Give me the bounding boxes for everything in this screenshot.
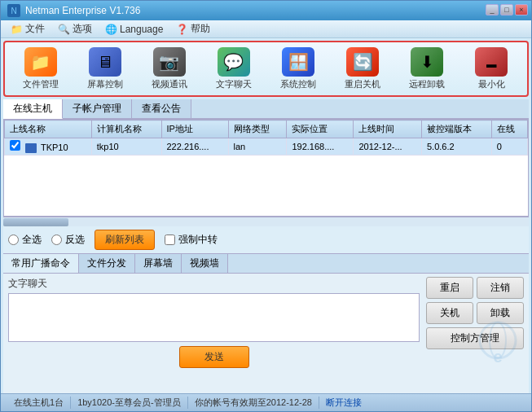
toolbar-file-mgmt[interactable]: 📁 文件管理 xyxy=(16,46,65,92)
menu-select[interactable]: 🔍 选项 xyxy=(51,20,99,37)
sys-ctrl-label: 系统控制 xyxy=(280,78,316,90)
toolbar-video-comm[interactable]: 📷 视频通讯 xyxy=(145,46,194,92)
svg-text:e: e xyxy=(493,348,502,366)
video-comm-label: 视频通讯 xyxy=(152,78,187,90)
remote-unload-icon: ⬇ xyxy=(411,47,443,77)
col-header-online: 在线 xyxy=(491,121,527,138)
restart-label: 重启关机 xyxy=(345,78,380,90)
radio-select-all[interactable] xyxy=(8,234,19,245)
text-chat-icon: 💬 xyxy=(218,47,250,77)
cell-version: 5.0.6.2 xyxy=(421,138,491,156)
select-icon: 🔍 xyxy=(58,24,70,35)
window: N Netman Enterprise V1.736 _ □ × 📁 文件 🔍 … xyxy=(0,0,532,412)
main-tab-bar: 在线主机 子帐户管理 查看公告 xyxy=(3,99,529,119)
chat-left: 文字聊天 发送 xyxy=(8,277,420,390)
file-icon: 📁 xyxy=(11,24,23,35)
chat-panel: 文字聊天 发送 重启 注销 关机 卸载 控制方管理 xyxy=(3,274,529,393)
file-mgmt-label: 文件管理 xyxy=(23,78,59,90)
status-account: 1by1020-至尊会员-管理员 xyxy=(71,397,188,409)
window-title: Netman Enterprise V1.736 xyxy=(25,5,140,16)
cell-name: TKP10 xyxy=(5,138,92,156)
restart-icon: 🔄 xyxy=(346,47,379,77)
cell-network: lan xyxy=(228,138,287,156)
toolbar-screen-ctrl[interactable]: 🖥 屏幕控制 xyxy=(81,46,130,92)
app-icon: N xyxy=(7,4,20,17)
select-all-group: 全选 xyxy=(8,233,42,247)
screen-ctrl-icon: 🖥 xyxy=(89,47,121,77)
file-mgmt-icon: 📁 xyxy=(24,47,57,77)
text-chat-label: 文字聊天 xyxy=(216,78,252,90)
col-header-network: 网络类型 xyxy=(228,121,287,138)
force-transfer-label: 强制中转 xyxy=(178,233,218,247)
help-icon: ❓ xyxy=(176,24,188,35)
col-header-version: 被控端版本 xyxy=(421,121,491,138)
force-transfer-checkbox[interactable] xyxy=(165,234,175,245)
toolbar-restart[interactable]: 🔄 重启关机 xyxy=(338,46,387,92)
disconnect-button[interactable]: 断开连接 xyxy=(319,397,368,409)
invert-label: 反选 xyxy=(65,233,85,247)
bottom-section: 常用广播命令 文件分发 屏幕墙 视频墙 文字聊天 发送 重启 注销 xyxy=(3,253,529,393)
toolbar-text-chat[interactable]: 💬 文字聊天 xyxy=(209,46,258,92)
tab-file-dist[interactable]: 文件分发 xyxy=(79,254,135,273)
watermark: e xyxy=(473,318,522,369)
status-expiry: 你的帐号有效期至2012-12-28 xyxy=(188,397,319,409)
col-header-location: 实际位置 xyxy=(287,121,354,138)
tab-view-announce[interactable]: 查看公告 xyxy=(132,99,191,118)
refresh-button[interactable]: 刷新列表 xyxy=(95,230,155,250)
tab-video-wall[interactable]: 视频墙 xyxy=(182,254,228,273)
chat-textarea[interactable] xyxy=(8,293,420,342)
close-button[interactable]: × xyxy=(515,4,528,15)
restart-button[interactable]: 重启 xyxy=(426,277,473,299)
cell-time: 2012-12-... xyxy=(354,138,422,156)
controls-row: 全选 反选 刷新列表 强制中转 xyxy=(3,226,529,253)
menu-help[interactable]: ❓ 帮助 xyxy=(169,20,217,37)
minimize-label: 最小化 xyxy=(478,78,505,90)
col-header-computer: 计算机名称 xyxy=(91,121,161,138)
status-bar: 在线主机1台 1by1020-至尊会员-管理员 你的帐号有效期至2012-12-… xyxy=(1,393,531,411)
tab-broadcast[interactable]: 常用广播命令 xyxy=(3,254,79,273)
scrollbar-thumb xyxy=(3,218,68,226)
tab-screen-wall[interactable]: 屏幕墙 xyxy=(135,254,182,273)
chat-label: 文字聊天 xyxy=(8,277,420,291)
hosts-table: 上线名称 计算机名称 IP地址 网络类型 实际位置 上线时间 被控端版本 在线 … xyxy=(4,120,528,156)
cell-ip: 222.216.... xyxy=(161,138,228,156)
title-bar: N Netman Enterprise V1.736 _ □ × xyxy=(1,1,531,20)
video-comm-icon: 📷 xyxy=(153,47,186,77)
bottom-tab-bar: 常用广播命令 文件分发 屏幕墙 视频墙 xyxy=(3,254,529,274)
col-header-name: 上线名称 xyxy=(5,121,92,138)
tab-account-mgmt[interactable]: 子帐户管理 xyxy=(63,99,132,118)
shutdown-button[interactable]: 关机 xyxy=(426,302,473,324)
radio-invert[interactable] xyxy=(51,234,62,245)
sys-ctrl-icon: 🪟 xyxy=(282,47,314,77)
invert-group: 反选 xyxy=(51,233,85,247)
hosts-table-container: 上线名称 计算机名称 IP地址 网络类型 实际位置 上线时间 被控端版本 在线 … xyxy=(3,119,529,217)
minimize-button[interactable]: _ xyxy=(486,4,499,15)
force-transfer-group: 强制中转 xyxy=(165,233,218,247)
toolbar-minimize[interactable]: 🗕 最小化 xyxy=(467,46,516,92)
language-icon: 🌐 xyxy=(105,24,117,35)
cell-computer: tkp10 xyxy=(91,138,161,156)
screen-ctrl-label: 屏幕控制 xyxy=(87,78,123,90)
cell-location: 192.168.... xyxy=(287,138,354,156)
restart-cancel-row: 重启 注销 xyxy=(426,277,524,299)
send-button[interactable]: 发送 xyxy=(179,346,249,368)
send-area: 发送 xyxy=(8,344,420,371)
table-scrollbar[interactable] xyxy=(3,217,529,226)
cancel-button[interactable]: 注销 xyxy=(477,277,524,299)
menu-file[interactable]: 📁 文件 xyxy=(4,20,51,37)
remote-unload-label: 远程卸载 xyxy=(409,78,445,90)
table-row[interactable]: TKP10 tkp10 222.216.... lan 192.168.... … xyxy=(5,138,528,156)
menu-language[interactable]: 🌐 Language xyxy=(99,22,169,37)
col-header-time: 上线时间 xyxy=(354,121,422,138)
tab-online-hosts[interactable]: 在线主机 xyxy=(3,99,63,119)
cell-online: 0 xyxy=(491,138,527,156)
toolbar-remote-unload[interactable]: ⬇ 远程卸载 xyxy=(402,46,451,92)
main-area: 在线主机 子帐户管理 查看公告 上线名称 计算机名称 IP地址 网络类型 实际位… xyxy=(3,99,529,393)
menu-bar: 📁 文件 🔍 选项 🌐 Language ❓ 帮助 xyxy=(1,20,531,38)
minimize-icon: 🗕 xyxy=(475,47,508,77)
status-hosts: 在线主机1台 xyxy=(7,397,71,409)
toolbar: 📁 文件管理 🖥 屏幕控制 📷 视频通讯 💬 文字聊天 🪟 系统控制 🔄 重启关… xyxy=(3,41,529,97)
row-checkbox[interactable] xyxy=(10,140,20,151)
toolbar-sys-ctrl[interactable]: 🪟 系统控制 xyxy=(274,46,323,92)
maximize-button[interactable]: □ xyxy=(500,4,513,15)
